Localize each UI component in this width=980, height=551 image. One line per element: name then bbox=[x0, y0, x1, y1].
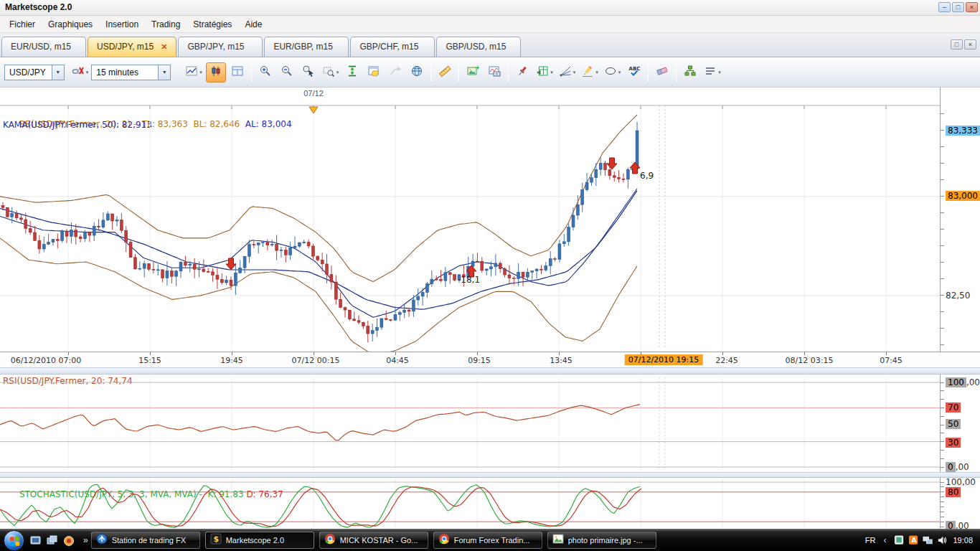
time-label: 19:45 bbox=[220, 356, 243, 365]
child-restore-button[interactable]: □ bbox=[951, 39, 963, 50]
pane-splitter-1[interactable] bbox=[0, 367, 980, 375]
zoom-pointer-icon bbox=[302, 65, 315, 80]
tab-gbp-chf-m15[interactable]: GBP/CHF, m15 bbox=[350, 37, 435, 57]
spell-check-button[interactable]: ABC bbox=[624, 62, 644, 83]
price-axis[interactable]: 83,33383,00082,50 bbox=[940, 88, 980, 352]
more-button-dropdown-arrow[interactable]: ▾ bbox=[718, 70, 721, 75]
pane-splitter-2[interactable] bbox=[0, 472, 980, 478]
image-file-icon bbox=[552, 533, 564, 547]
close-button[interactable]: × bbox=[966, 2, 978, 12]
task-label: MICK KOSTAR - Go... bbox=[340, 536, 418, 545]
ruler-button[interactable] bbox=[435, 62, 455, 83]
language-indicator[interactable]: FR bbox=[865, 536, 876, 545]
unlink-button-dropdown-arrow[interactable]: ▾ bbox=[86, 70, 89, 75]
zoom-pointer-button[interactable] bbox=[298, 62, 319, 83]
menu-item-fichier[interactable]: Fichier bbox=[3, 17, 42, 32]
import-table-button[interactable]: ▾ bbox=[534, 62, 555, 83]
stochastic-chart-canvas[interactable] bbox=[0, 478, 940, 529]
tray-app-icon[interactable] bbox=[894, 535, 905, 545]
media-quick-launch[interactable] bbox=[63, 535, 75, 545]
tab-gbp-usd-m15[interactable]: GBP/USD, m15 bbox=[436, 37, 521, 57]
maximize-button[interactable]: □ bbox=[952, 2, 964, 12]
pencil-button[interactable]: ▾ bbox=[579, 62, 600, 83]
tab-eur-gbp-m15[interactable]: EUR/GBP, m15 bbox=[264, 37, 349, 57]
zoom-area-button-dropdown-arrow[interactable]: ▾ bbox=[336, 70, 339, 75]
rsi-level-70: 70 bbox=[946, 402, 961, 413]
ellipse-icon bbox=[604, 65, 617, 80]
fit-vertical-button[interactable] bbox=[342, 62, 362, 83]
import-table-button-dropdown-arrow[interactable]: ▾ bbox=[550, 70, 553, 75]
share-button[interactable] bbox=[385, 62, 405, 83]
pin-icon bbox=[516, 65, 529, 80]
unlink-button[interactable]: ▾ bbox=[70, 62, 91, 83]
tray-network-icon[interactable] bbox=[923, 535, 933, 545]
fan-lines-button[interactable]: ▾ bbox=[557, 62, 578, 83]
rsi-chart-canvas[interactable] bbox=[0, 375, 940, 472]
zoom-area-button[interactable]: ▾ bbox=[320, 62, 341, 83]
taskbar-button-fx-station[interactable]: Station de trading FX bbox=[91, 532, 200, 549]
symbol-select-dropdown-arrow[interactable]: ▾ bbox=[52, 65, 64, 80]
price-chart-canvas[interactable]: -18,16,9 bbox=[0, 88, 940, 352]
show-desktop-quick-launch[interactable] bbox=[30, 535, 42, 545]
note-window-icon bbox=[367, 65, 380, 80]
stoch-level: 80 bbox=[946, 487, 961, 497]
fan-lines-button-dropdown-arrow[interactable]: ▾ bbox=[573, 70, 576, 75]
pencil-button-dropdown-arrow[interactable]: ▾ bbox=[595, 70, 598, 75]
pane-icon bbox=[231, 65, 244, 80]
menu-item-aide[interactable]: Aide bbox=[238, 17, 268, 32]
tab-eur-usd-m15[interactable]: EUR/USD, m15 bbox=[1, 37, 86, 57]
menu-item-trading[interactable]: Trading bbox=[145, 17, 187, 32]
web-button[interactable] bbox=[407, 62, 427, 83]
time-label: 04:45 bbox=[386, 356, 409, 365]
switch-windows-quick-launch[interactable] bbox=[47, 535, 58, 545]
tray-volume-icon[interactable] bbox=[937, 535, 948, 545]
spell-abc-icon: ABC bbox=[628, 65, 641, 80]
quick-launch-overflow-chevron[interactable]: » bbox=[83, 535, 88, 545]
tab-gbp-jpy-m15[interactable]: GBP/JPY, m15 bbox=[178, 37, 263, 57]
menu-item-stratgies[interactable]: Stratégies bbox=[187, 17, 238, 32]
start-button[interactable] bbox=[4, 530, 24, 551]
interval-select[interactable]: 15 minutes▾ bbox=[91, 65, 171, 80]
menu-item-graphiques[interactable]: Graphiques bbox=[42, 17, 99, 32]
tray-alert-icon[interactable]: A bbox=[908, 535, 919, 545]
interval-select-dropdown-arrow[interactable]: ▾ bbox=[158, 65, 170, 80]
pin-button[interactable] bbox=[512, 62, 532, 83]
properties-button[interactable] bbox=[364, 62, 384, 83]
zoom-out-button[interactable] bbox=[277, 62, 297, 83]
taskbar-button-image-file[interactable]: photo primaire.jpg -... bbox=[547, 532, 656, 549]
time-label: 22:45 bbox=[715, 356, 738, 365]
ellipse-button[interactable]: ▾ bbox=[602, 62, 623, 83]
taskbar-button-marketscope[interactable]: $Marketscope 2.0 bbox=[205, 532, 314, 549]
symbol-select[interactable]: USD/JPY▾ bbox=[4, 65, 65, 80]
import-table-icon bbox=[536, 65, 549, 80]
time-label-current: 07/12/2010 19:15 bbox=[625, 354, 703, 365]
ellipse-button-dropdown-arrow[interactable]: ▾ bbox=[618, 70, 621, 75]
pane-layout-button[interactable] bbox=[227, 62, 248, 83]
toolbar-separator bbox=[458, 63, 459, 82]
eraser-button[interactable] bbox=[652, 62, 672, 83]
task-label: Forum Forex Tradin... bbox=[454, 536, 530, 545]
chart-type-button[interactable]: ▾ bbox=[183, 62, 204, 83]
tab-usd-jpy-m15[interactable]: USD/JPY, m15✕ bbox=[88, 37, 176, 57]
price-label-8250: 82,50 bbox=[946, 291, 970, 301]
taskbar-button-chrome[interactable]: MICK KOSTAR - Go... bbox=[319, 532, 428, 549]
add-image-button[interactable]: + bbox=[463, 62, 483, 83]
minimize-button[interactable]: – bbox=[938, 2, 951, 12]
task-label: photo primaire.jpg -... bbox=[568, 536, 643, 545]
taskbar-clock[interactable]: 19:08 bbox=[953, 536, 973, 545]
zoom-out-icon bbox=[281, 65, 293, 80]
chart-type-button-dropdown-arrow[interactable]: ▾ bbox=[199, 70, 202, 75]
time-axis[interactable]: 06/12/2010 07:0015:1519:4507/12 00:1504:… bbox=[0, 352, 980, 367]
zoom-in-button[interactable] bbox=[255, 62, 275, 83]
more-button[interactable]: ▾ bbox=[702, 62, 723, 83]
taskbar-button-chrome[interactable]: Forum Forex Tradin... bbox=[433, 532, 542, 549]
child-close-button[interactable]: × bbox=[964, 39, 976, 50]
tray-chevron[interactable]: ‹ bbox=[883, 535, 886, 545]
toolbar-separator bbox=[251, 63, 252, 82]
candlestick-button[interactable] bbox=[206, 62, 226, 83]
menu-bar: FichierGraphiquesInsertionTradingStratég… bbox=[0, 16, 980, 33]
menu-item-insertion[interactable]: Insertion bbox=[99, 17, 145, 32]
layout-button[interactable] bbox=[680, 62, 700, 83]
snapshot-button[interactable] bbox=[484, 62, 504, 83]
tab-close-icon[interactable]: ✕ bbox=[161, 42, 167, 51]
